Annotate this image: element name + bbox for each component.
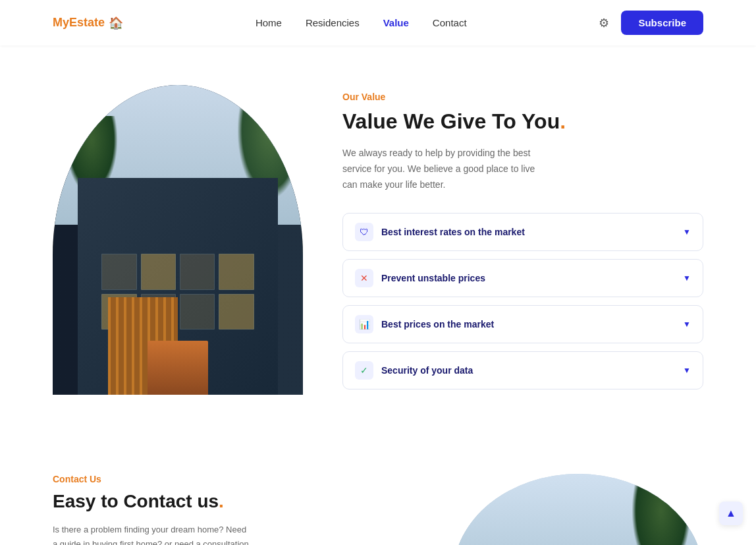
- window: [180, 254, 215, 290]
- logo-icon: 🏠: [109, 16, 123, 30]
- checkmark-icon: ✓: [355, 361, 373, 380]
- nav-links: Home Residencies Value Contact: [256, 17, 467, 28]
- nav-residencies[interactable]: Residencies: [306, 17, 360, 28]
- window: [180, 294, 215, 330]
- value-title: Value We Give To You.: [342, 109, 703, 134]
- accordion-header-3: 📊 Best prices on the market ▼: [355, 315, 691, 333]
- value-title-dot: .: [560, 109, 566, 133]
- window: [219, 294, 254, 330]
- building-body: [78, 178, 278, 395]
- accordion-item-4[interactable]: ✓ Security of your data ▼: [342, 351, 703, 389]
- chevron-up-icon: ▲: [726, 507, 736, 519]
- accordion-left-1: 🛡 Best interest rates on the market: [355, 223, 525, 241]
- accordion-left-4: ✓ Security of your data: [355, 361, 473, 380]
- accordion-title-4: Security of your data: [381, 365, 473, 376]
- subscribe-button[interactable]: Subscribe: [621, 11, 703, 35]
- nav-home[interactable]: Home: [256, 17, 282, 28]
- window: [101, 254, 136, 290]
- window: [219, 254, 254, 290]
- logo[interactable]: MyEstate 🏠: [53, 16, 123, 30]
- accordion-title-3: Best prices on the market: [381, 319, 494, 330]
- nav-right: ⚙ Subscribe: [599, 11, 703, 35]
- building-illustration: [53, 85, 303, 395]
- contact-title-text: Easy to Contact us: [53, 491, 219, 511]
- chevron-down-icon-2: ▼: [683, 273, 691, 283]
- settings-icon[interactable]: ⚙: [599, 16, 609, 30]
- window: [141, 254, 176, 290]
- contact-illustration: [453, 474, 703, 545]
- value-label: Our Value: [342, 92, 703, 102]
- chevron-down-icon-1: ▼: [683, 227, 691, 237]
- accordion-list: 🛡 Best interest rates on the market ▼ ✕ …: [342, 213, 703, 389]
- accordion-header-1: 🛡 Best interest rates on the market ▼: [355, 223, 691, 241]
- main-content: Our Value Value We Give To You. We alway…: [0, 45, 756, 545]
- navbar: MyEstate 🏠 Home Residencies Value Contac…: [0, 0, 756, 45]
- contact-description: Is there a problem finding your dream ho…: [53, 523, 250, 545]
- accordion-item-2[interactable]: ✕ Prevent unstable prices ▼: [342, 259, 703, 297]
- contact-title-dot: .: [219, 491, 224, 511]
- door: [148, 341, 207, 395]
- accordion-left-3: 📊 Best prices on the market: [355, 315, 494, 333]
- chevron-down-icon-3: ▼: [683, 320, 691, 329]
- value-section: Our Value Value We Give To You. We alway…: [53, 45, 703, 447]
- value-title-text: Value We Give To You: [342, 109, 560, 133]
- contact-title: Easy to Contact us.: [53, 491, 414, 512]
- accordion-title-2: Prevent unstable prices: [381, 273, 485, 283]
- accordion-item-3[interactable]: 📊 Best prices on the market ▼: [342, 305, 703, 343]
- nav-contact[interactable]: Contact: [433, 17, 467, 28]
- chevron-down-icon-4: ▼: [683, 366, 691, 375]
- value-image: [53, 85, 303, 395]
- nav-value[interactable]: Value: [383, 17, 409, 28]
- logo-text: MyEstate: [53, 16, 105, 30]
- accordion-header-4: ✓ Security of your data ▼: [355, 361, 691, 380]
- accordion-header-2: ✕ Prevent unstable prices ▼: [355, 269, 691, 287]
- accordion-title-1: Best interest rates on the market: [381, 227, 525, 237]
- accordion-left-2: ✕ Prevent unstable prices: [355, 269, 485, 287]
- shield-icon: 🛡: [355, 223, 373, 241]
- contact-label: Contact Us: [53, 474, 414, 484]
- contact-content: Contact Us Easy to Contact us. Is there …: [53, 474, 414, 545]
- scroll-to-top-button[interactable]: ▲: [719, 502, 743, 525]
- contact-image: [453, 474, 703, 545]
- chart-icon: 📊: [355, 315, 373, 333]
- x-icon: ✕: [355, 269, 373, 287]
- value-content: Our Value Value We Give To You. We alway…: [342, 85, 703, 389]
- contact-tree: [632, 483, 691, 545]
- accordion-item-1[interactable]: 🛡 Best interest rates on the market ▼: [342, 213, 703, 251]
- value-description: We always ready to help by providing the…: [342, 146, 540, 192]
- contact-section: Contact Us Easy to Contact us. Is there …: [53, 447, 703, 545]
